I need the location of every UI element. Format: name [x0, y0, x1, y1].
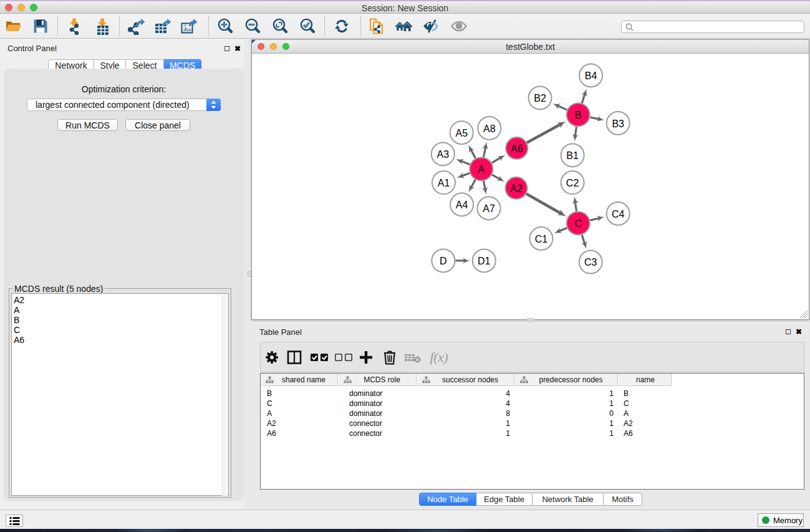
svg-text:A3: A3 [437, 149, 450, 160]
svg-text:C2: C2 [566, 178, 579, 188]
svg-text:B3: B3 [612, 118, 624, 129]
svg-text:C3: C3 [584, 257, 597, 268]
svg-text:A7: A7 [483, 203, 495, 214]
svg-text:A5: A5 [456, 128, 468, 138]
svg-text:B: B [575, 110, 582, 120]
svg-text:A8: A8 [483, 123, 496, 134]
svg-text:C4: C4 [612, 209, 625, 220]
svg-text:C: C [574, 218, 582, 229]
svg-text:A1: A1 [438, 178, 450, 188]
svg-text:D: D [440, 256, 447, 266]
svg-text:D1: D1 [478, 256, 491, 266]
svg-text:C1: C1 [535, 234, 548, 244]
svg-text:B1: B1 [566, 150, 579, 161]
svg-text:A: A [478, 164, 485, 175]
svg-text:B4: B4 [585, 70, 597, 81]
svg-text:A2: A2 [510, 183, 523, 194]
svg-text:A6: A6 [511, 143, 523, 154]
svg-text:A4: A4 [456, 200, 468, 210]
svg-text:B2: B2 [534, 93, 546, 104]
